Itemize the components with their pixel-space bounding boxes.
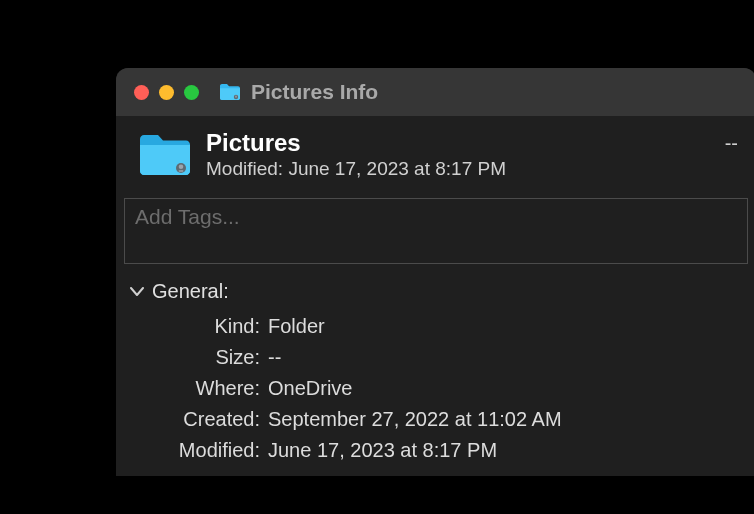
where-label: Where: <box>130 373 260 404</box>
row-where: Where: OneDrive <box>130 373 738 404</box>
traffic-lights <box>134 85 199 100</box>
item-modified: Modified: June 17, 2023 at 8:17 PM <box>206 158 725 180</box>
chevron-down-icon <box>130 284 144 300</box>
row-size: Size: -- <box>130 342 738 373</box>
item-header: Pictures Modified: June 17, 2023 at 8:17… <box>116 116 754 192</box>
kind-label: Kind: <box>130 311 260 342</box>
where-value: OneDrive <box>268 373 352 404</box>
folder-icon <box>219 83 241 101</box>
size-indicator: -- <box>725 132 738 155</box>
minimize-button[interactable] <box>159 85 174 100</box>
close-button[interactable] <box>134 85 149 100</box>
general-header[interactable]: General: <box>130 280 738 303</box>
row-kind: Kind: Folder <box>130 311 738 342</box>
size-value: -- <box>268 342 281 373</box>
info-window: Pictures Info Pictures Modified: June 17… <box>116 68 754 476</box>
modified-label: Modified: <box>206 158 283 179</box>
tags-placeholder: Add Tags... <box>135 205 240 228</box>
general-section: General: Kind: Folder Size: -- Where: On… <box>116 266 754 476</box>
modified-label: Modified: <box>130 435 260 466</box>
zoom-button[interactable] <box>184 85 199 100</box>
tags-input[interactable]: Add Tags... <box>124 198 748 264</box>
kind-value: Folder <box>268 311 325 342</box>
general-rows: Kind: Folder Size: -- Where: OneDrive Cr… <box>130 311 738 466</box>
general-title: General: <box>152 280 229 303</box>
modified-value: June 17, 2023 at 8:17 PM <box>288 158 506 179</box>
folder-icon <box>138 133 192 177</box>
created-label: Created: <box>130 404 260 435</box>
item-name: Pictures <box>206 130 725 156</box>
size-label: Size: <box>130 342 260 373</box>
title-content: Pictures Info <box>219 80 378 104</box>
titlebar[interactable]: Pictures Info <box>116 68 754 116</box>
created-value: September 27, 2022 at 11:02 AM <box>268 404 562 435</box>
row-created: Created: September 27, 2022 at 11:02 AM <box>130 404 738 435</box>
modified-value: June 17, 2023 at 8:17 PM <box>268 435 497 466</box>
row-modified: Modified: June 17, 2023 at 8:17 PM <box>130 435 738 466</box>
window-title: Pictures Info <box>251 80 378 104</box>
header-text: Pictures Modified: June 17, 2023 at 8:17… <box>206 130 725 180</box>
